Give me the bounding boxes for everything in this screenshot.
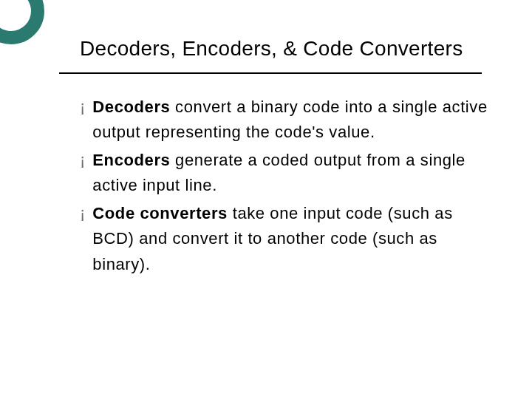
bullet-term: Code converters [92, 204, 228, 222]
bullet-marker-icon: ¡ [80, 148, 85, 173]
bullet-list: ¡ Decoders convert a binary code into a … [80, 95, 494, 280]
bullet-term: Encoders [92, 151, 170, 169]
list-item: ¡ Encoders generate a coded output from … [80, 148, 494, 198]
slide-title: Decoders, Encoders, & Code Converters [80, 37, 463, 61]
bullet-text: Decoders convert a binary code into a si… [92, 95, 494, 145]
bullet-term: Decoders [92, 98, 170, 116]
bullet-text: Encoders generate a coded output from a … [92, 148, 494, 198]
bullet-marker-icon: ¡ [80, 201, 85, 226]
bullet-marker-icon: ¡ [80, 95, 85, 120]
list-item: ¡ Decoders convert a binary code into a … [80, 95, 494, 145]
list-item: ¡ Code converters take one input code (s… [80, 201, 494, 276]
corner-circle-decoration [0, 0, 44, 44]
title-underline [59, 72, 482, 74]
bullet-text: Code converters take one input code (suc… [92, 201, 494, 276]
